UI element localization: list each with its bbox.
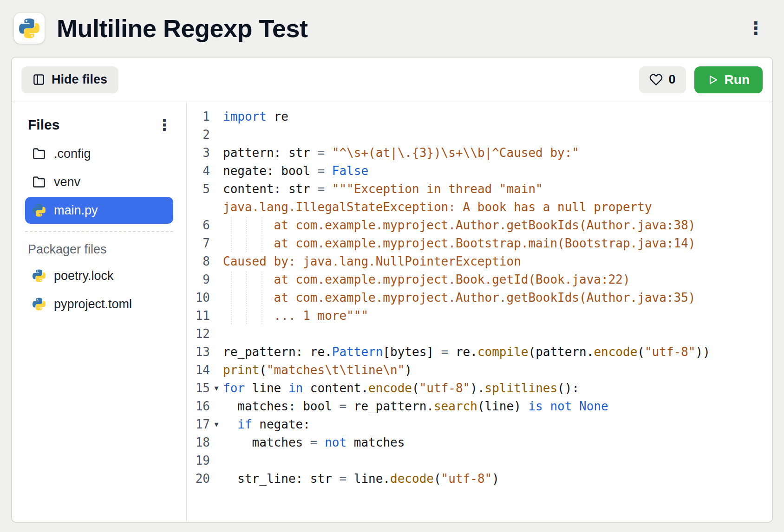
file-name: main.py [54, 203, 98, 218]
sidebar-item-main-py[interactable]: main.py [25, 197, 173, 224]
line-number[interactable]: 9 [190, 271, 210, 289]
line-number[interactable]: 12 [190, 325, 210, 343]
indent-guide [246, 235, 247, 252]
code-line[interactable]: 18 matches = not matches [187, 434, 772, 452]
files-header-row: Files ⋮ [28, 117, 172, 133]
sidebar-item-poetry-lock[interactable]: poetry.lock [25, 262, 173, 289]
line-number[interactable]: 14 [190, 361, 210, 379]
indent-guide [231, 308, 232, 324]
line-number[interactable]: 16 [190, 397, 210, 415]
line-number[interactable]: 10 [190, 289, 210, 307]
code-line[interactable]: 3pattern: str = "^\s+(at|\.{3})\s+\\b|^C… [187, 144, 772, 162]
line-number[interactable]: 19 [190, 452, 210, 470]
line-number[interactable]: 2 [190, 126, 210, 144]
code-text: for line in content.encode("utf-8").spli… [223, 379, 579, 397]
indent-guide [246, 272, 247, 288]
code-text: at com.example.myproject.Bootstrap.main(… [223, 234, 695, 253]
code-text: re_pattern: re.Pattern[bytes] = re.compi… [223, 343, 710, 361]
code-line[interactable]: 10 at com.example.myproject.Author.getBo… [187, 289, 772, 307]
line-number[interactable]: 15 [190, 379, 210, 397]
indent-guide [261, 272, 262, 288]
python-icon [33, 269, 46, 282]
header-kebab-menu-icon[interactable]: ⋮ [747, 19, 764, 37]
code-line[interactable]: java.lang.IllegalStateException: A book … [187, 198, 772, 216]
code-line[interactable]: 13re_pattern: re.Pattern[bytes] = re.com… [187, 343, 772, 361]
code-text: matches: bool = re_pattern.search(line) … [223, 397, 608, 415]
play-icon [707, 74, 719, 85]
line-number[interactable]: 18 [190, 434, 210, 452]
code-text: Caused by: java.lang.NullPointerExceptio… [223, 253, 521, 271]
likes-count: 0 [669, 72, 676, 87]
sidebar-toggle-icon [33, 73, 45, 86]
file-name: venv [54, 175, 80, 189]
code-text: str_line: str = line.decode("utf-8") [223, 470, 499, 488]
line-number[interactable]: 4 [190, 162, 210, 180]
code-line[interactable]: 12 [187, 325, 772, 343]
fold-marker-icon[interactable]: ▼ [210, 415, 223, 434]
fold-marker-icon[interactable]: ▼ [210, 379, 223, 397]
run-label: Run [725, 72, 750, 87]
code-text: pattern: str = "^\s+(at|\.{3})\s+\\b|^Ca… [223, 144, 579, 162]
line-number[interactable]: 6 [190, 216, 210, 234]
file-name: pyproject.toml [54, 297, 132, 311]
code-line[interactable]: 6 at com.example.myproject.Author.getBoo… [187, 216, 772, 234]
like-button[interactable]: 0 [639, 66, 686, 93]
sidebar-item-pyproject-toml[interactable]: pyproject.toml [25, 291, 173, 318]
run-button[interactable]: Run [694, 66, 763, 93]
file-name: poetry.lock [54, 269, 114, 283]
line-number[interactable]: 11 [190, 307, 210, 325]
folder-icon [33, 147, 46, 160]
hide-files-button[interactable]: Hide files [21, 66, 118, 93]
code-line[interactable]: 4negate: bool = False [187, 162, 772, 180]
code-line[interactable]: 8Caused by: java.lang.NullPointerExcepti… [187, 253, 772, 271]
indent-guide [231, 290, 232, 306]
line-number[interactable]: 5 [190, 180, 210, 198]
code-line[interactable]: 1import re [187, 108, 772, 126]
code-editor[interactable]: 1import re23pattern: str = "^\s+(at|\.{3… [187, 102, 772, 521]
toolbar-right: 0 Run [639, 66, 763, 93]
code-line[interactable]: 17▼ if negate: [187, 415, 772, 434]
indent-guide [261, 290, 262, 306]
code-line[interactable]: 2 [187, 126, 772, 144]
code-text: at com.example.myproject.Author.getBookI… [223, 216, 695, 234]
indent-guide [261, 217, 262, 234]
python-icon [33, 298, 46, 311]
indent-guide [231, 217, 232, 234]
hide-files-label: Hide files [52, 72, 107, 87]
files-sidebar: Files ⋮ .config venv main.py Packager fi… [12, 102, 187, 521]
folder-icon [33, 175, 46, 188]
indent-guide [246, 217, 247, 234]
card-body: Files ⋮ .config venv main.py Packager fi… [12, 102, 772, 521]
code-line[interactable]: 20 str_line: str = line.decode("utf-8") [187, 470, 772, 488]
line-number[interactable]: 3 [190, 144, 210, 162]
line-number[interactable]: 7 [190, 234, 210, 253]
workspace-card: Hide files 0 Run Files ⋮ .config [11, 57, 773, 523]
line-number[interactable]: 8 [190, 253, 210, 271]
code-text: if negate: [223, 415, 310, 434]
code-text: matches = not matches [223, 434, 405, 452]
code-line[interactable]: 7 at com.example.myproject.Bootstrap.mai… [187, 234, 772, 253]
sidebar-item-config[interactable]: .config [25, 140, 173, 167]
line-number[interactable]: 17 [190, 415, 210, 434]
code-line[interactable]: 16 matches: bool = re_pattern.search(lin… [187, 397, 772, 415]
code-text: at com.example.myproject.Author.getBookI… [223, 289, 695, 307]
code-line[interactable]: 19 [187, 452, 772, 470]
code-line[interactable]: 11 ... 1 more""" [187, 307, 772, 325]
code-text: negate: bool = False [223, 162, 368, 180]
indent-guide [231, 235, 232, 252]
code-line[interactable]: 9 at com.example.myproject.Book.getId(Bo… [187, 271, 772, 289]
code-line[interactable]: 5content: str = """Exception in thread "… [187, 180, 772, 198]
line-number[interactable]: 13 [190, 343, 210, 361]
indent-guide [231, 272, 232, 288]
files-kebab-menu-icon[interactable]: ⋮ [157, 117, 172, 133]
indent-guide [246, 308, 247, 324]
indent-guide [261, 235, 262, 252]
sidebar-divider [25, 231, 173, 232]
sidebar-item-venv[interactable]: venv [25, 169, 173, 195]
python-logo-icon [19, 18, 39, 39]
code-line[interactable]: 15▼for line in content.encode("utf-8").s… [187, 379, 772, 397]
line-number[interactable]: 20 [190, 470, 210, 488]
line-number[interactable]: 1 [190, 108, 210, 126]
code-line[interactable]: 14print("matches\t\tline\n") [187, 361, 772, 379]
app-logo [14, 13, 45, 44]
